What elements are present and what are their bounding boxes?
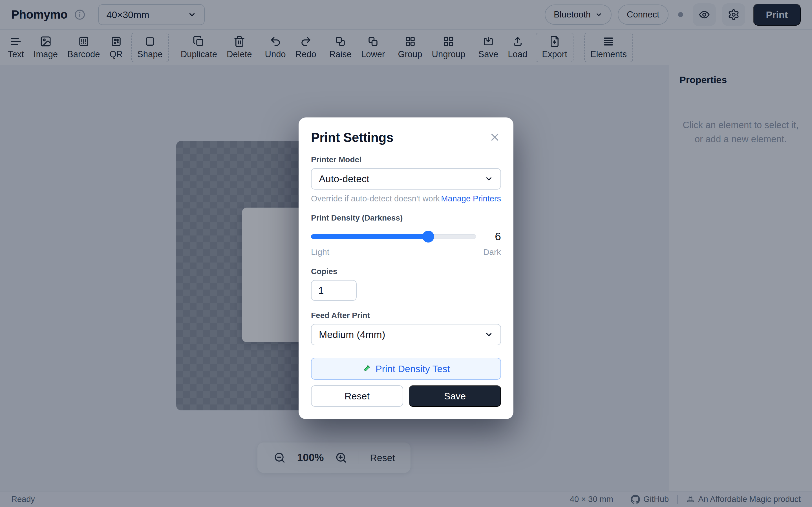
save-button[interactable]: Save [409,385,501,407]
feed-select[interactable]: Medium (4mm) [311,324,501,345]
density-slider[interactable] [311,234,476,239]
copies-label: Copies [311,267,501,276]
manage-printers-link[interactable]: Manage Printers [441,194,501,203]
printer-model-select[interactable]: Auto-detect [311,168,501,189]
density-slider-thumb[interactable] [422,231,434,242]
close-icon [489,131,501,143]
print-density-test-label: Print Density Test [375,363,450,374]
printer-model-value: Auto-detect [319,173,369,184]
print-settings-dialog: Print Settings Printer Model Auto-detect… [299,117,513,419]
dialog-header: Print Settings [311,130,501,145]
density-max-label: Dark [483,247,501,257]
density-slider-row: 6 [311,230,501,243]
reset-button[interactable]: Reset [311,385,403,407]
density-label: Print Density (Darkness) [311,214,501,223]
chevron-down-icon [485,330,493,339]
printer-model-helper-text: Override if auto-detect doesn't work [311,194,440,203]
density-value: 6 [485,230,501,243]
density-minmax-row: Light Dark [311,247,501,257]
print-density-test-button[interactable]: Print Density Test [311,358,501,380]
app-window: Phomymo 40×30mm Bluetooth Connect [0,0,812,507]
reset-button-label: Reset [345,391,370,402]
close-button[interactable] [489,131,501,144]
dialog-title: Print Settings [311,130,393,145]
save-button-label: Save [444,391,466,402]
chevron-down-icon [485,175,493,183]
density-slider-fill [311,234,428,239]
test-tube-icon [362,364,371,373]
dialog-actions: Reset Save [311,385,501,407]
printer-model-label: Printer Model [311,155,501,164]
printer-model-helper-row: Override if auto-detect doesn't work Man… [311,194,501,203]
feed-value: Medium (4mm) [319,329,385,340]
density-min-label: Light [311,247,329,257]
copies-input[interactable] [311,280,357,301]
feed-label: Feed After Print [311,311,501,320]
